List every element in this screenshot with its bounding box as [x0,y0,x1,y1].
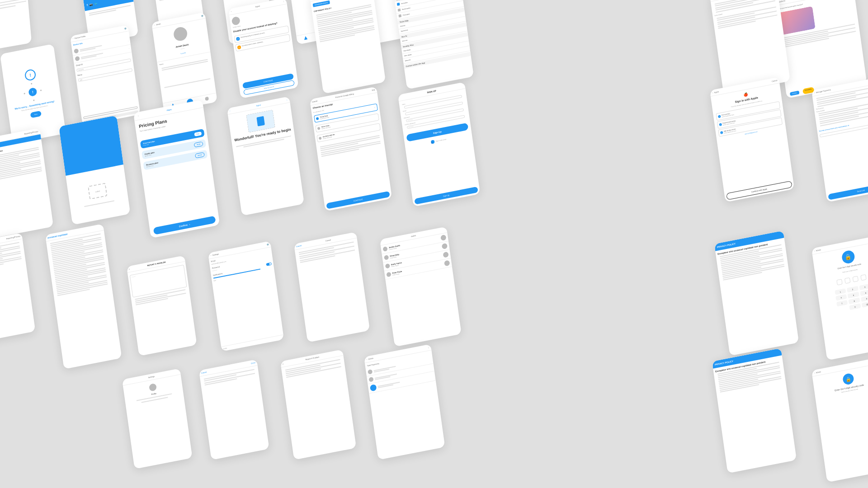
card-settings-list: Actions Map To First option Second optio… [393,0,474,89]
card-long-text: occaecat cupidatat [45,224,122,369]
card-settings-bottom[interactable]: ← Settings⚙️ Email someone@example.com P… [208,241,284,352]
signup-social-btn[interactable]: Sign Up [414,187,478,205]
card-admin-bottom: ← Admin⋮ Total Payments [364,344,445,460]
notifications-toggle[interactable] [266,263,272,266]
card-copyright2: ×Reporting/Privacy COPYRIGHT POLICY occa… [0,128,53,239]
card-pricing-plans[interactable]: ← Plans Pricing Plans Try it free before… [133,99,220,238]
key-6[interactable]: 6 [860,289,868,296]
card-privacy-bottom: PRIVACY POLICY Excepteur sint occaecat c… [712,348,797,473]
card-privacy-policy: PRIVACY POLICY Excepteur sint occaecat c… [714,230,799,356]
grid-container: • • • f📷🐦 [0,0,868,488]
send-link-btn[interactable]: Send Link [828,182,868,200]
sub-continue-btn[interactable]: CONTINUE [326,191,390,209]
plan1-badge: Free [194,131,202,136]
card-security[interactable]: ← Admin⋮ 🔒 Enter the 4 digit security co… [811,235,868,360]
error-retry-btn[interactable]: Retry [30,111,41,118]
card-copyright: ←Agent⋮ COPYRIGHT POLICY COPYRIGHT POLIC… [310,0,386,94]
card-label: Label [59,115,130,225]
card-profile-edit[interactable]: ← Device Profile⚙️ Device Info › › Emai [70,25,141,126]
plan2-badge: $9.99 [194,141,203,148]
confirm-btn[interactable]: Confirm › [153,216,216,235]
key-backspace[interactable]: ⌫ [862,301,868,308]
card-report-problem[interactable]: ×REPORT A PROBLEM Cancel [127,255,197,356]
cancel-btn[interactable]: Cancel [296,244,302,248]
copyright-badge: COPYRIGHT POLICY [313,0,330,7]
cancel-top-btn[interactable]: Cancel [201,371,207,374]
plan3-badge: $19.99 [195,152,205,159]
card-subscription[interactable]: Cancel Personal Google Billing Edit Choo… [310,86,392,211]
card-copyright3: ×Reporting/Privacy [0,233,35,343]
apple-confirm-btn[interactable]: Continue with Apple [726,181,793,200]
disable-option2: You will be able to return, otherwise... [241,41,264,47]
card-jonah-profile: ← Jonah⚙️ Jonah Davis • • • • • To profi… [151,12,217,112]
card-cancel-bottom[interactable]: Cancel Done [199,359,269,460]
card-people-list: Admin Jordan Smith Jordan Smith Smart Bi… [380,226,462,347]
card-settings2[interactable]: Settings Profile [122,368,193,469]
key-1[interactable]: 1 [835,288,846,295]
key-9[interactable]: 9 [861,295,868,302]
card-apple-signin[interactable]: ← AgentCancel 🍎 Sign in with Apple Trust… [710,77,794,202]
key-3[interactable]: 3 [859,284,868,291]
key-2[interactable]: 2 [847,286,859,293]
card-wonderfull: ←Agent⋮ Wonderfull! You're ready to begi… [227,96,304,216]
key-8[interactable]: 8 [849,298,860,305]
key-7[interactable]: 7 [836,300,848,307]
key-4[interactable]: 4 [835,294,847,301]
key-5[interactable]: 5 [848,292,859,299]
agree-btn[interactable]: AGREE [790,91,799,96]
card-error: ! ! We're sorry... Something went wrong!… [0,44,66,144]
card-disable-account: ←Agent⋮ Jordan Davis Disable your accoun… [228,0,299,99]
disable-option1: Something going on in between you and... [241,32,266,38]
key-0[interactable]: 0 [849,303,861,310]
card-sign-up[interactable]: SIGN UP name Email password • • • • • • … [398,82,480,206]
card-partial-topleft: • • • [0,0,32,49]
card-report-bottom[interactable]: Cancel Cancel [294,232,370,343]
card-manage-profile-right[interactable]: ← Manage Payments⋮ Family group Terms AD… [811,77,868,202]
card-report-problem2[interactable]: ×Report A Problem [280,349,356,460]
card-right-bottom[interactable]: ← Admin⋮ 🔒 Enter the 4 digit security co… [811,357,868,482]
